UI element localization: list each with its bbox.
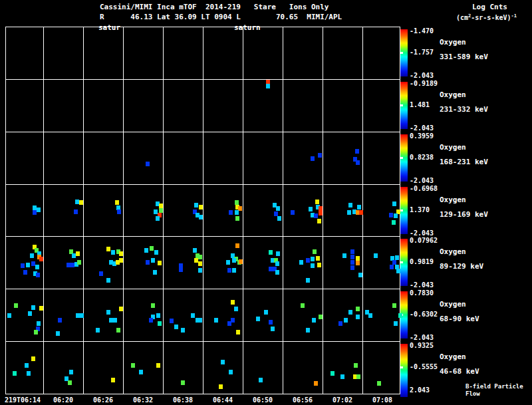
- data-point: [231, 300, 235, 305]
- grid-line-vertical: [203, 27, 203, 394]
- data-point: [344, 318, 348, 323]
- units-superscript-minus1: -1: [511, 13, 517, 19]
- data-point: [374, 253, 378, 258]
- data-point: [113, 318, 117, 323]
- data-point: [116, 328, 120, 333]
- data-point: [106, 278, 110, 283]
- data-point: [199, 215, 203, 219]
- data-point: [359, 210, 363, 215]
- grid-line-horizontal: [6, 341, 400, 342]
- colorbar-mid-label: -0.6302: [410, 311, 438, 318]
- data-point: [7, 313, 11, 318]
- energy-range-label: 168-231 keV: [440, 158, 488, 166]
- data-point: [219, 384, 223, 389]
- data-point: [76, 251, 80, 256]
- data-point: [350, 265, 354, 270]
- data-point: [198, 318, 202, 323]
- data-point: [156, 216, 160, 221]
- data-point: [318, 153, 322, 158]
- data-point: [266, 84, 270, 88]
- data-point: [79, 200, 83, 205]
- data-point: [25, 363, 29, 368]
- colorbar-mid-label: 0.9819: [410, 258, 434, 265]
- data-point: [275, 270, 279, 275]
- colorbar: [400, 344, 408, 397]
- data-point: [23, 270, 27, 275]
- data-point: [111, 250, 115, 255]
- data-point: [311, 257, 315, 261]
- colorbar-bottom-label: -2.043: [410, 229, 434, 237]
- species-label: Oxygen: [440, 247, 466, 256]
- data-point: [355, 149, 359, 154]
- data-point: [39, 257, 43, 261]
- data-point: [198, 261, 202, 266]
- data-point: [149, 318, 153, 323]
- data-point: [191, 313, 195, 318]
- data-point: [398, 313, 402, 318]
- data-point: [312, 318, 316, 323]
- data-point: [115, 200, 119, 205]
- colorbar-top-label: -0.9189: [410, 80, 438, 87]
- data-point: [368, 313, 372, 318]
- colorbar-mid-tick: [400, 104, 403, 106]
- colorbar-bottom-label: -2.043: [410, 177, 434, 184]
- data-point: [274, 211, 278, 216]
- colorbar-mid-tick: [400, 261, 403, 263]
- grid-line-horizontal: [6, 132, 400, 132]
- data-point: [235, 210, 239, 215]
- data-point: [235, 200, 239, 205]
- data-point: [150, 246, 154, 251]
- time-tick-label: 07:08: [359, 396, 406, 404]
- colorbar-top-label: 0.7830: [410, 289, 434, 297]
- log-counts-label: Log Cnts: [472, 3, 507, 11]
- data-point: [356, 261, 360, 265]
- data-point: [151, 303, 155, 308]
- data-point: [301, 303, 305, 308]
- data-point: [357, 205, 361, 209]
- grid-line-vertical: [83, 27, 84, 394]
- colorbar-top-label: 0.07962: [410, 237, 438, 244]
- data-point: [317, 219, 321, 223]
- data-point: [96, 328, 100, 333]
- colorbar-mid-label: -0.5555: [410, 363, 438, 370]
- grid-line-vertical: [43, 27, 44, 394]
- data-point: [306, 328, 310, 333]
- data-point: [74, 209, 78, 214]
- data-point: [356, 256, 360, 261]
- species-label: Oxygen: [440, 143, 466, 152]
- colorbar-mid-label: 1.481: [410, 101, 430, 108]
- data-point: [342, 253, 346, 258]
- energy-range-label: 46-68 keV: [440, 367, 479, 376]
- data-point: [276, 251, 280, 256]
- data-point: [159, 203, 163, 208]
- grid-line-vertical: [283, 27, 283, 394]
- data-point: [239, 259, 243, 264]
- data-point: [31, 305, 35, 310]
- units-open: (cm: [456, 14, 468, 21]
- colorbar-bottom-label: -2.043: [410, 124, 434, 132]
- data-point: [394, 213, 398, 218]
- data-point: [394, 321, 398, 326]
- data-point: [119, 258, 123, 263]
- data-point: [154, 250, 158, 255]
- colorbar-bottom-label: 2.043: [410, 386, 430, 394]
- data-point: [232, 268, 236, 273]
- data-point: [144, 248, 148, 253]
- data-point: [396, 269, 400, 273]
- data-point: [236, 330, 240, 335]
- data-point: [389, 213, 393, 217]
- data-point: [13, 371, 17, 376]
- grid-line-vertical: [243, 27, 243, 394]
- units-mid: -sr-s-keV): [471, 14, 511, 21]
- data-point: [358, 273, 362, 277]
- data-point: [338, 321, 342, 326]
- data-point: [131, 363, 135, 368]
- data-point: [232, 258, 236, 263]
- data-point: [170, 319, 174, 323]
- data-point: [139, 370, 143, 374]
- title-line2: R 46.13 Lat 36.09 LT 0904 L 70.65 MIMI/A…: [100, 13, 342, 21]
- data-point: [58, 318, 62, 323]
- data-point: [356, 307, 360, 311]
- data-point: [119, 251, 123, 256]
- colorbar-bottom-label: -2.043: [410, 281, 434, 289]
